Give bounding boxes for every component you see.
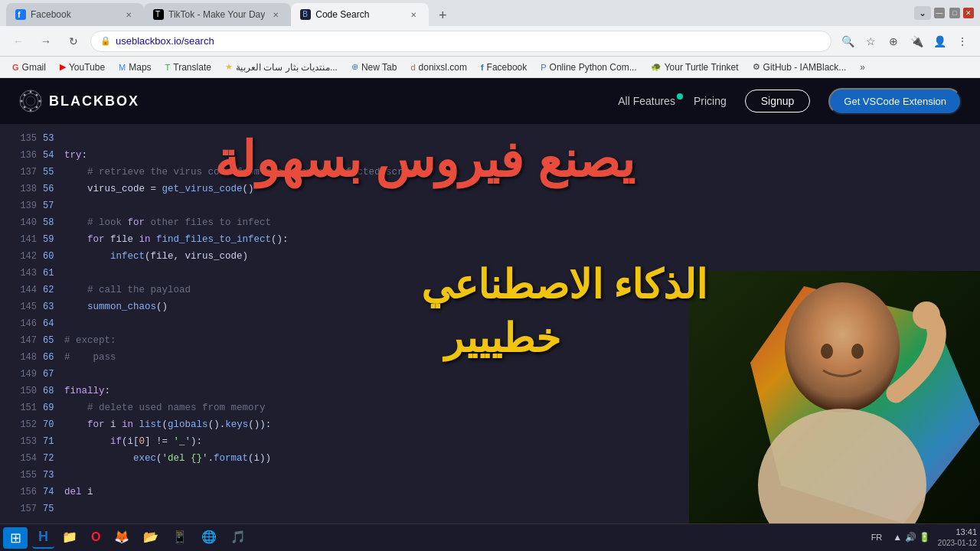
tab-codesearch[interactable]: B Code Search ✕ (291, 3, 429, 26)
forward-button[interactable]: → (35, 31, 57, 52)
taskbar-edge[interactable]: H (32, 527, 54, 549)
tab-codesearch-close[interactable]: ✕ (407, 9, 420, 21)
signup-button[interactable]: Signup (745, 90, 811, 112)
bookmark-turtle-trinket[interactable]: 🐢 Your Turtle Trinket (645, 60, 745, 74)
bookmark-translate[interactable]: T Translate (159, 60, 217, 74)
bookmark-online-python[interactable]: P Online Python Com... (534, 60, 642, 74)
vscode-button[interactable]: Get VSCode Extension (828, 88, 962, 115)
blackbox-nav: All Features Pricing Signup Get VSCode E… (618, 88, 962, 115)
bookmark-gmail-label: Gmail (22, 62, 46, 73)
facebook-favicon: f (15, 9, 26, 20)
features-label: All Features (618, 95, 675, 107)
account-icon[interactable]: 👤 (929, 31, 949, 51)
nav-features[interactable]: All Features (618, 95, 675, 107)
svg-point-2 (26, 96, 35, 106)
code-line-136: 136 54 try: (0, 147, 980, 164)
taskbar-opera[interactable]: O (85, 527, 106, 549)
person-svg (689, 271, 980, 523)
svg-point-17 (913, 302, 940, 329)
star-icon[interactable]: ☆ (861, 31, 880, 51)
translate-favicon: T (165, 63, 171, 72)
svg-point-3 (24, 94, 26, 96)
taskbar-folder[interactable]: 📁 (56, 527, 83, 549)
code-line-140: 140 58 # look for other files to infect (0, 214, 980, 231)
maximize-button[interactable]: □ (949, 8, 960, 18)
page-content: BLACKBOX All Features Pricing Signup Get… (0, 78, 980, 523)
code-line-139: 139 57 (0, 197, 980, 214)
taskbar-chrome[interactable]: 🌐 (195, 527, 223, 549)
start-button[interactable]: ⊞ (3, 527, 28, 549)
bookmark-gmail[interactable]: G Gmail (6, 60, 52, 74)
svg-point-10 (21, 100, 23, 103)
url-text: useblackbox.io/search (116, 35, 822, 47)
clock: 13:41 2023-01-12 (938, 527, 977, 549)
gmail-favicon: G (12, 63, 19, 72)
menu-icon[interactable]: ⋮ (952, 31, 972, 51)
taskbar-device[interactable]: 📱 (166, 527, 194, 549)
language-indicator: FR (868, 531, 886, 543)
tabs-overflow-button[interactable]: ⌄ (914, 6, 931, 20)
blackbox-header: BLACKBOX All Features Pricing Signup Get… (0, 78, 980, 124)
person-image (689, 271, 980, 523)
bookmark-facebook[interactable]: f Facebook (475, 60, 533, 74)
tab-facebook-title: Facebook (31, 9, 118, 20)
svg-point-9 (24, 106, 26, 109)
blackbox-logo-text: BLACKBOX (49, 93, 139, 109)
svg-point-6 (39, 100, 41, 103)
bookmark-newtab[interactable]: ⊕ New Tab (345, 60, 403, 74)
codesearch-favicon: B (300, 9, 311, 20)
blackbox-logo[interactable]: BLACKBOX (18, 89, 139, 113)
code-line-135: 135 53 (0, 130, 980, 147)
date-display: 2023-01-12 (938, 538, 977, 549)
tab-facebook-close[interactable]: ✕ (122, 9, 135, 21)
blackbox-logo-icon (18, 89, 43, 113)
lock-icon: 🔒 (100, 36, 111, 46)
windows-icon: ⊞ (10, 530, 21, 546)
taskbar-files[interactable]: 📂 (137, 527, 165, 549)
bookmarks-overflow-button[interactable]: » (855, 60, 870, 74)
window-controls: — □ ✕ (934, 8, 974, 18)
donixsl-favicon: d (410, 63, 415, 72)
taskbar-vlc[interactable]: 🎵 (224, 527, 252, 549)
tab-tiktok-close[interactable]: ✕ (270, 9, 282, 21)
svg-point-13 (785, 282, 900, 412)
bookmark-youtube-label: YouTube (69, 62, 105, 73)
close-button[interactable]: ✕ (963, 8, 974, 18)
bookmark-python-label: Online Python Com... (550, 62, 637, 73)
extensions-icon[interactable]: 🔌 (906, 31, 926, 51)
person-silhouette (689, 271, 980, 523)
bookmark-github-label: GitHub - IAMBlack... (763, 62, 847, 73)
bookmark-maps[interactable]: M Maps (113, 60, 158, 74)
back-button[interactable]: ← (8, 31, 29, 52)
bookmark-youtube[interactable]: ▶ YouTube (54, 60, 111, 74)
browser-chrome: f Facebook ✕ T TikTok - Make Your Day ✕ … (0, 0, 980, 78)
tab-codesearch-title: Code Search (315, 9, 403, 20)
reload-button[interactable]: ↻ (63, 31, 84, 52)
arabic-favicon: ★ (225, 62, 233, 72)
turtle-favicon: 🐢 (651, 62, 662, 72)
code-line-141: 141 59 for file in find_files_to_infect(… (0, 231, 980, 248)
bookmark-donixsl[interactable]: d donixsl.com (404, 60, 472, 74)
bookmark-arabic-forums[interactable]: ★ منتديات بثار سات العربية... (219, 60, 344, 74)
new-tab-button[interactable]: + (432, 5, 453, 26)
restore-button[interactable]: — (934, 8, 945, 18)
bookmark-github[interactable]: ⚙ GitHub - IAMBlack... (746, 60, 853, 74)
url-bar[interactable]: 🔒 useblackbox.io/search (90, 31, 831, 52)
github-favicon: ⚙ (753, 62, 760, 72)
facebook-bm-favicon: f (481, 63, 484, 72)
tab-tiktok[interactable]: T TikTok - Make Your Day ✕ (144, 3, 291, 26)
svg-point-7 (36, 106, 38, 109)
newtab-favicon: ⊕ (351, 62, 358, 72)
tab-facebook[interactable]: f Facebook ✕ (6, 3, 144, 26)
collections-icon[interactable]: ⊕ (884, 31, 903, 51)
nav-pricing[interactable]: Pricing (694, 95, 727, 107)
bookmark-translate-label: Translate (173, 62, 211, 73)
title-bar: f Facebook ✕ T TikTok - Make Your Day ✕ … (0, 0, 980, 26)
system-tray-icons: ▲ 🔊 🔋 (890, 530, 933, 544)
address-bar: ← → ↻ 🔒 useblackbox.io/search 🔍 ☆ ⊕ 🔌 👤 … (0, 26, 980, 57)
system-tray: FR ▲ 🔊 🔋 13:41 2023-01-12 (868, 527, 977, 549)
taskbar-firefox[interactable]: 🦊 (108, 527, 136, 549)
tabs-area: f Facebook ✕ T TikTok - Make Your Day ✕ … (6, 0, 914, 26)
taskbar-icons: H 📁 O 🦊 📂 📱 🌐 🎵 (32, 527, 867, 549)
google-lens-icon[interactable]: 🔍 (838, 31, 858, 51)
